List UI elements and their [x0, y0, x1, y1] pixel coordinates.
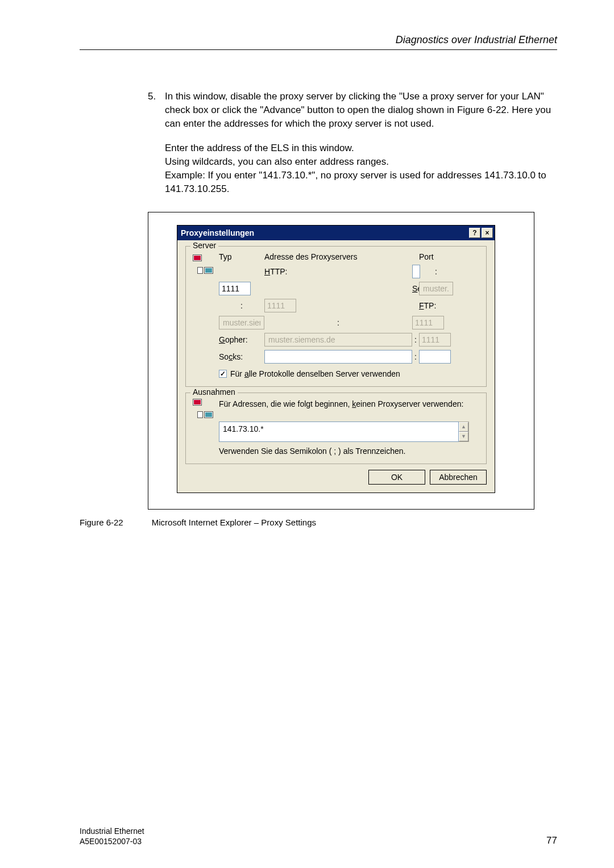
scrollbar[interactable]: ▲ ▼ [459, 422, 469, 442]
server-groupbox: Server Typ Adresse des Proxyservers Port [185, 246, 487, 387]
colon: : [412, 335, 419, 344]
figure-caption: Microsoft Internet Explorer – Proxy Sett… [152, 518, 316, 527]
para2-line1: Enter the address of the ELS in this win… [165, 141, 557, 155]
same-server-label: Für alle Protokolle denselben Server ver… [230, 369, 400, 378]
socks-label: Socks: [219, 352, 264, 361]
exceptions-groupbox: Ausnahmen Für Adressen, die wie folgt be… [185, 393, 487, 464]
proxy-dialog: Proxyeinstellungen ? × Server [177, 225, 495, 493]
close-button[interactable]: × [482, 228, 493, 238]
para2-line3: Example: If you enter "141.73.10.*", no … [165, 169, 557, 196]
dialog-title: Proxyeinstellungen [181, 228, 254, 237]
gopher-port-input [419, 333, 451, 347]
typ-header: Typ [219, 252, 264, 261]
http-port-input[interactable] [219, 282, 251, 295]
footer-line2: A5E00152007-03 [80, 836, 557, 846]
para2-line2: Using wildcards, you can also enter addr… [165, 155, 557, 169]
colon: : [419, 267, 453, 276]
colon: : [219, 301, 264, 310]
exceptions-group-label: Ausnahmen [190, 387, 238, 397]
colon: : [412, 352, 419, 361]
help-button[interactable]: ? [469, 228, 480, 238]
scroll-down-icon[interactable]: ▼ [459, 432, 468, 441]
step-text: In this window, disable the proxy server… [165, 90, 557, 130]
exceptions-text: Für Adressen, die wie folgt beginnen, ke… [219, 399, 479, 410]
http-label: HTTP: [264, 267, 412, 276]
dialog-titlebar: Proxyeinstellungen ? × [177, 226, 495, 240]
port-header: Port [419, 252, 453, 261]
ftp-address-input [219, 316, 264, 329]
network-icon [193, 399, 213, 418]
figure-container: Proxyeinstellungen ? × Server [148, 212, 534, 510]
ok-button[interactable]: OK [368, 470, 425, 485]
same-server-checkbox[interactable]: ✓ [219, 370, 227, 378]
cancel-button[interactable]: Abbrechen [430, 470, 487, 485]
address-header: Adresse des Proxyservers [264, 252, 412, 261]
gopher-label: Gopher: [219, 335, 264, 344]
scroll-up-icon[interactable]: ▲ [459, 422, 468, 432]
figure-number: Figure 6-22 [80, 518, 123, 527]
header-rule [80, 49, 557, 50]
gopher-address-input [264, 333, 412, 347]
network-icon [193, 254, 219, 274]
secure-port-input [264, 299, 296, 312]
socks-address-input[interactable] [264, 350, 412, 364]
socks-port-input[interactable] [419, 350, 451, 364]
colon: : [264, 318, 412, 327]
ftp-label: FTP: [419, 301, 453, 310]
page-header: Diagnostics over Industrial Ethernet [80, 34, 557, 49]
secure-address-input [419, 282, 453, 295]
semicolon-hint: Verwenden Sie das Semikolon ( ; ) als Tr… [219, 446, 479, 456]
step-number: 5. [148, 90, 165, 130]
page-number: 77 [546, 835, 557, 846]
ftp-port-input [412, 316, 444, 329]
secure-label: Secure: [412, 284, 419, 293]
server-group-label: Server [190, 241, 218, 250]
footer-line1: Industrial Ethernet [80, 826, 557, 836]
page-footer: Industrial Ethernet A5E00152007-03 77 [80, 826, 557, 846]
exceptions-textarea[interactable] [219, 422, 459, 442]
